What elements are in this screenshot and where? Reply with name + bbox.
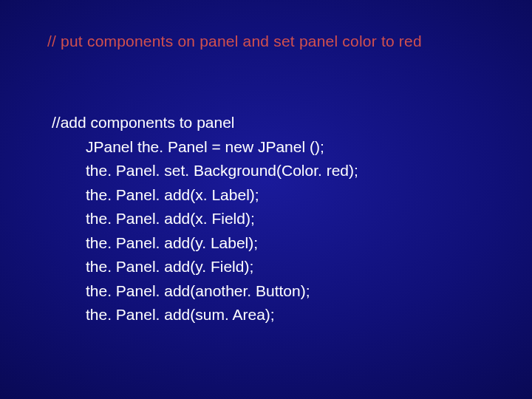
code-line: JPanel the. Panel = new JPanel (); xyxy=(52,135,358,160)
title-slashes: // xyxy=(47,33,56,50)
code-line: the. Panel. add(sum. Area); xyxy=(52,303,358,327)
code-line: the. Panel. set. Background(Color. red); xyxy=(52,159,358,183)
code-comment: //add components to panel xyxy=(52,111,358,135)
title-text: put components on panel and set panel co… xyxy=(56,33,422,50)
slide: // put components on panel and set panel… xyxy=(0,0,532,399)
code-line: the. Panel. add(y. Field); xyxy=(52,255,358,279)
slide-title: // put components on panel and set panel… xyxy=(47,33,422,50)
code-line: the. Panel. add(another. Button); xyxy=(52,279,358,304)
code-line: the. Panel. add(x. Field); xyxy=(52,207,358,231)
code-line: the. Panel. add(x. Label); xyxy=(52,183,358,208)
code-line: the. Panel. add(y. Label); xyxy=(52,231,358,256)
code-block: //add components to panel JPanel the. Pa… xyxy=(52,111,358,327)
